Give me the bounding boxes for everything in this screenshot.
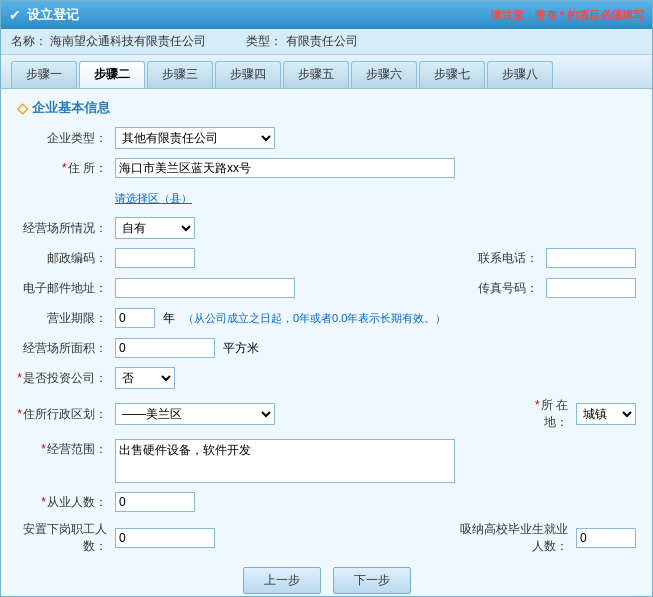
fax-label: 传真号码：	[478, 280, 538, 297]
info-bar: 名称： 海南望众通科技有限责任公司 类型： 有限责任公司	[1, 29, 652, 55]
company-type-info: 类型： 有限责任公司	[246, 33, 357, 50]
hire-graduates-input[interactable]	[576, 528, 636, 548]
company-type-row: 企业类型： 其他有限责任公司	[17, 127, 636, 149]
operation-status-row: 经营场所情况： 自有	[17, 217, 636, 239]
invest-select[interactable]: 否	[115, 367, 175, 389]
address-label: 住 所：	[17, 160, 107, 177]
next-button[interactable]: 下一步	[333, 567, 411, 594]
area-row: 经营场所面积： 平方米	[17, 337, 636, 359]
prev-button[interactable]: 上一步	[243, 567, 321, 594]
employees-row: 从业人数：	[17, 491, 636, 513]
business-term-unit: 年	[163, 310, 175, 327]
business-term-row: 营业期限： 年 （从公司成立之日起，0年或者0.0年表示长期有效。）	[17, 307, 636, 329]
company-type-value: 有限责任公司	[286, 34, 358, 48]
address-row: 住 所：	[17, 157, 636, 179]
fax-input[interactable]	[546, 278, 636, 298]
tabs-bar: 步骤一 步骤二 步骤三 步骤四 步骤五 步骤六 步骤七 步骤八	[1, 55, 652, 89]
window-title: 设立登记	[27, 6, 79, 24]
tab-step2[interactable]: 步骤二	[79, 61, 145, 88]
tab-step7[interactable]: 步骤七	[419, 61, 485, 88]
settle-workers-label: 安置下岗职工人数：	[17, 521, 107, 555]
operation-status-label: 经营场所情况：	[17, 220, 107, 237]
tab-step8[interactable]: 步骤八	[487, 61, 553, 88]
company-name-value: 海南望众通科技有限责任公司	[50, 34, 206, 48]
area-input[interactable]	[115, 338, 215, 358]
area-unit: 平方米	[223, 340, 259, 357]
address-link-row: 请选择区（县）	[17, 187, 636, 209]
phone-input[interactable]	[546, 248, 636, 268]
invest-row: 是否投资公司： 否	[17, 367, 636, 389]
address-input[interactable]	[115, 158, 455, 178]
title-bar: ✔ 设立登记 请注意：带有 * 的项目必须填写	[1, 1, 652, 29]
main-window: ✔ 设立登记 请注意：带有 * 的项目必须填写 名称： 海南望众通科技有限责任公…	[0, 0, 653, 597]
company-type-label: 企业类型：	[17, 130, 107, 147]
area-label: 经营场所面积：	[17, 340, 107, 357]
content-area: ◇ 企业基本信息 企业类型： 其他有限责任公司 住 所： 请选择区（县）	[1, 89, 652, 594]
district-location-row: 住所行政区划： ——美兰区 所 在 地： 城镇	[17, 397, 636, 431]
address-district-link[interactable]: 请选择区（县）	[115, 191, 192, 206]
scope-label: 经营范围：	[17, 439, 107, 458]
notice-text: 请注意：带有 * 的项目必须填写	[491, 8, 644, 23]
hire-graduates-label: 吸纳高校毕业生就业人数：	[458, 521, 568, 555]
scope-textarea[interactable]: 出售硬件设备，软件开发	[115, 439, 455, 483]
employees-input[interactable]	[115, 492, 195, 512]
window-icon: ✔	[9, 7, 21, 23]
business-term-input[interactable]	[115, 308, 155, 328]
tab-step4[interactable]: 步骤四	[215, 61, 281, 88]
form: 企业类型： 其他有限责任公司 住 所： 请选择区（县） 经营场所情况： 自有	[17, 127, 636, 555]
tab-step3[interactable]: 步骤三	[147, 61, 213, 88]
tab-step1[interactable]: 步骤一	[11, 61, 77, 88]
postal-code-input[interactable]	[115, 248, 195, 268]
email-input[interactable]	[115, 278, 295, 298]
employees-label: 从业人数：	[17, 494, 107, 511]
workers-graduates-row: 安置下岗职工人数： 吸纳高校毕业生就业人数：	[17, 521, 636, 555]
location-select[interactable]: 城镇	[576, 403, 636, 425]
business-term-hint: （从公司成立之日起，0年或者0.0年表示长期有效。）	[183, 311, 446, 326]
district-select[interactable]: ——美兰区	[115, 403, 275, 425]
scope-row: 经营范围： 出售硬件设备，软件开发	[17, 439, 636, 483]
company-type-select[interactable]: 其他有限责任公司	[115, 127, 275, 149]
diamond-icon: ◇	[17, 100, 28, 116]
button-bar: 上一步 下一步	[17, 567, 636, 594]
email-label: 电子邮件地址：	[17, 280, 107, 297]
section-title: ◇ 企业基本信息	[17, 99, 636, 117]
postal-code-label: 邮政编码：	[17, 250, 107, 267]
business-term-label: 营业期限：	[17, 310, 107, 327]
postal-phone-row: 邮政编码： 联系电话：	[17, 247, 636, 269]
settle-workers-input[interactable]	[115, 528, 215, 548]
phone-label: 联系电话：	[478, 250, 538, 267]
district-label: 住所行政区划：	[17, 406, 107, 423]
location-label: 所 在 地：	[513, 397, 568, 431]
tab-step6[interactable]: 步骤六	[351, 61, 417, 88]
invest-label: 是否投资公司：	[17, 370, 107, 387]
tab-step5[interactable]: 步骤五	[283, 61, 349, 88]
operation-status-select[interactable]: 自有	[115, 217, 195, 239]
company-name-label: 名称： 海南望众通科技有限责任公司	[11, 33, 206, 50]
email-fax-row: 电子邮件地址： 传真号码：	[17, 277, 636, 299]
